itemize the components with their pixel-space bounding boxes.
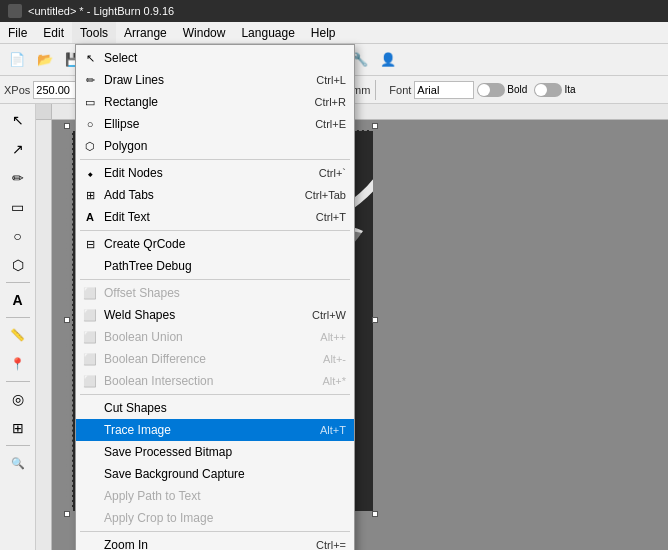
ruler-corner xyxy=(36,104,52,120)
toolbar2-sep-3 xyxy=(375,80,376,100)
edit-nodes-icon: ⬥ xyxy=(82,167,98,179)
xpos-label: XPos xyxy=(4,84,30,96)
menu-edit-text[interactable]: A Edit Text Ctrl+T xyxy=(76,206,354,228)
xpos-input[interactable] xyxy=(33,81,78,99)
menu-edit[interactable]: Edit xyxy=(35,22,72,43)
open-button[interactable]: 📂 xyxy=(32,47,58,73)
menu-save-processed[interactable]: Save Processed Bitmap xyxy=(76,441,354,463)
menu-boolean-intersect: ⬜ Boolean Intersection Alt+* xyxy=(76,370,354,392)
tools-dropdown-menu: ↖ Select ✏ Draw Lines Ctrl+L ▭ Rectangle… xyxy=(75,44,355,550)
ellipse-icon: ○ xyxy=(82,118,98,130)
lt-pointer[interactable]: ↖ xyxy=(4,106,32,134)
handle-tl[interactable] xyxy=(64,123,70,129)
lt-search[interactable]: 🔍 xyxy=(4,449,32,477)
select-icon: ↖ xyxy=(82,52,98,65)
italic-thumb xyxy=(535,84,547,96)
user-button[interactable]: 👤 xyxy=(375,47,401,73)
menu-sep-1 xyxy=(80,159,350,160)
menu-weld-shapes[interactable]: ⬜ Weld Shapes Ctrl+W xyxy=(76,304,354,326)
offset-shapes-icon: ⬜ xyxy=(82,287,98,300)
left-toolbar: ↖ ↗ ✏ ▭ ○ ⬡ A 📏 📍 ◎ ⊞ 🔍 xyxy=(0,104,36,550)
lt-node-edit[interactable]: ↗ xyxy=(4,135,32,163)
menu-sep-2 xyxy=(80,230,350,231)
lt-sep-4 xyxy=(6,445,30,446)
bold-thumb xyxy=(478,84,490,96)
menu-boolean-union: ⬜ Boolean Union Alt++ xyxy=(76,326,354,348)
menu-pathtree-debug[interactable]: PathTree Debug xyxy=(76,255,354,277)
add-tabs-icon: ⊞ xyxy=(82,189,98,202)
menu-polygon[interactable]: ⬡ Polygon xyxy=(76,135,354,157)
menu-create-qrcode[interactable]: ⊟ Create QrCode xyxy=(76,233,354,255)
title-bar: <untitled> * - LightBurn 0.9.16 xyxy=(0,0,668,22)
font-label: Font xyxy=(389,84,411,96)
weld-shapes-icon: ⬜ xyxy=(82,309,98,322)
menu-cut-shapes[interactable]: Cut Shapes xyxy=(76,397,354,419)
menu-ellipse[interactable]: ○ Ellipse Ctrl+E xyxy=(76,113,354,135)
menu-save-background[interactable]: Save Background Capture xyxy=(76,463,354,485)
menu-help[interactable]: Help xyxy=(303,22,344,43)
new-button[interactable]: 📄 xyxy=(4,47,30,73)
italic-toggle[interactable]: Ita xyxy=(534,83,575,97)
menu-file[interactable]: File xyxy=(0,22,35,43)
italic-label: Ita xyxy=(564,84,575,95)
lt-circle[interactable]: ◎ xyxy=(4,385,32,413)
menu-arrange[interactable]: Arrange xyxy=(116,22,175,43)
edit-text-icon: A xyxy=(82,211,98,223)
menu-window[interactable]: Window xyxy=(175,22,234,43)
menu-trace-image[interactable]: Trace Image Alt+T xyxy=(76,419,354,441)
boolean-intersect-icon: ⬜ xyxy=(82,375,98,388)
bold-label: Bold xyxy=(507,84,527,95)
ruler-vertical xyxy=(36,120,52,550)
handle-ml[interactable] xyxy=(64,317,70,323)
lt-measure[interactable]: 📏 xyxy=(4,321,32,349)
menu-tools[interactable]: Tools xyxy=(72,22,116,43)
app-icon xyxy=(8,4,22,18)
menu-bar: File Edit Tools Arrange Window Language … xyxy=(0,22,668,44)
lt-text[interactable]: A xyxy=(4,286,32,314)
menu-language[interactable]: Language xyxy=(233,22,302,43)
lt-draw[interactable]: ✏ xyxy=(4,164,32,192)
font-input[interactable] xyxy=(414,81,474,99)
handle-br[interactable] xyxy=(372,511,378,517)
qrcode-icon: ⊟ xyxy=(82,238,98,251)
lt-ellipse[interactable]: ○ xyxy=(4,222,32,250)
handle-bl[interactable] xyxy=(64,511,70,517)
menu-apply-path-to-text: Apply Path to Text xyxy=(76,485,354,507)
polygon-icon: ⬡ xyxy=(82,140,98,153)
menu-select[interactable]: ↖ Select xyxy=(76,47,354,69)
menu-draw-lines[interactable]: ✏ Draw Lines Ctrl+L xyxy=(76,69,354,91)
menu-apply-crop: Apply Crop to Image xyxy=(76,507,354,529)
menu-boolean-diff: ⬜ Boolean Difference Alt+- xyxy=(76,348,354,370)
menu-rectangle[interactable]: ▭ Rectangle Ctrl+R xyxy=(76,91,354,113)
lt-sep-3 xyxy=(6,381,30,382)
handle-tr[interactable] xyxy=(372,123,378,129)
rectangle-icon: ▭ xyxy=(82,96,98,109)
menu-sep-5 xyxy=(80,531,350,532)
lt-pin[interactable]: 📍 xyxy=(4,350,32,378)
lt-polygon[interactable]: ⬡ xyxy=(4,251,32,279)
menu-sep-3 xyxy=(80,279,350,280)
bold-toggle[interactable]: Bold xyxy=(477,83,527,97)
lt-sep-2 xyxy=(6,317,30,318)
lt-grid[interactable]: ⊞ xyxy=(4,414,32,442)
lt-sep-1 xyxy=(6,282,30,283)
lt-rectangle[interactable]: ▭ xyxy=(4,193,32,221)
menu-add-tabs[interactable]: ⊞ Add Tabs Ctrl+Tab xyxy=(76,184,354,206)
menu-sep-4 xyxy=(80,394,350,395)
boolean-union-icon: ⬜ xyxy=(82,331,98,344)
menu-offset-shapes: ⬜ Offset Shapes xyxy=(76,282,354,304)
bold-track xyxy=(477,83,505,97)
menu-zoom-in[interactable]: Zoom In Ctrl+= xyxy=(76,534,354,550)
italic-track xyxy=(534,83,562,97)
draw-lines-icon: ✏ xyxy=(82,74,98,87)
app-title: <untitled> * - LightBurn 0.9.16 xyxy=(28,5,174,17)
menu-edit-nodes[interactable]: ⬥ Edit Nodes Ctrl+` xyxy=(76,162,354,184)
boolean-diff-icon: ⬜ xyxy=(82,353,98,366)
